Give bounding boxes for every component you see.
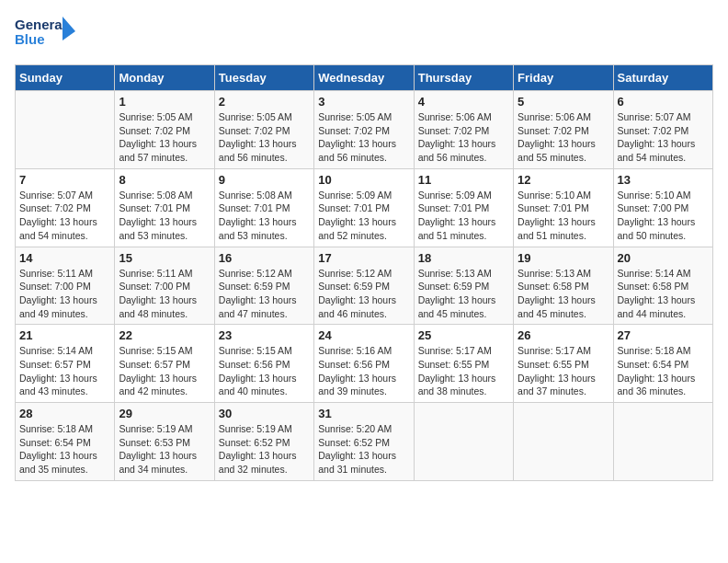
day-number: 25 (418, 328, 509, 342)
calendar-cell (414, 403, 513, 481)
day-number: 19 (518, 251, 609, 265)
cell-info: Sunrise: 5:13 AMSunset: 6:58 PMDaylight:… (518, 267, 609, 321)
calendar-week-row: 28Sunrise: 5:18 AMSunset: 6:54 PMDayligh… (16, 403, 713, 481)
calendar-cell: 31Sunrise: 5:20 AMSunset: 6:52 PMDayligh… (314, 403, 414, 481)
cell-info: Sunrise: 5:08 AMSunset: 7:01 PMDaylight:… (219, 189, 310, 243)
calendar-cell: 17Sunrise: 5:12 AMSunset: 6:59 PMDayligh… (314, 247, 414, 325)
calendar-cell: 21Sunrise: 5:14 AMSunset: 6:57 PMDayligh… (16, 325, 115, 403)
cell-info: Sunrise: 5:18 AMSunset: 6:54 PMDaylight:… (618, 344, 709, 398)
day-number: 17 (318, 251, 409, 265)
calendar-week-row: 7Sunrise: 5:07 AMSunset: 7:02 PMDaylight… (16, 168, 713, 247)
cell-info: Sunrise: 5:19 AMSunset: 6:53 PMDaylight:… (119, 422, 210, 477)
column-header-tuesday: Tuesday (214, 65, 313, 91)
cell-info: Sunrise: 5:05 AMSunset: 7:02 PMDaylight:… (318, 110, 409, 165)
day-number: 5 (518, 95, 609, 109)
cell-info: Sunrise: 5:17 AMSunset: 6:55 PMDaylight:… (418, 344, 509, 398)
calendar-cell: 24Sunrise: 5:16 AMSunset: 6:56 PMDayligh… (314, 325, 414, 403)
calendar-cell: 6Sunrise: 5:07 AMSunset: 7:02 PMDaylight… (613, 91, 712, 169)
calendar-cell: 11Sunrise: 5:09 AMSunset: 7:01 PMDayligh… (414, 168, 513, 247)
day-number: 6 (618, 95, 709, 109)
calendar-cell: 25Sunrise: 5:17 AMSunset: 6:55 PMDayligh… (414, 325, 513, 403)
calendar-cell (613, 403, 712, 481)
cell-info: Sunrise: 5:05 AMSunset: 7:02 PMDaylight:… (119, 110, 210, 165)
calendar-week-row: 21Sunrise: 5:14 AMSunset: 6:57 PMDayligh… (16, 325, 713, 403)
cell-info: Sunrise: 5:05 AMSunset: 7:02 PMDaylight:… (219, 110, 310, 165)
cell-info: Sunrise: 5:09 AMSunset: 7:01 PMDaylight:… (418, 189, 509, 243)
calendar-cell: 10Sunrise: 5:09 AMSunset: 7:01 PMDayligh… (314, 168, 414, 247)
calendar-cell: 1Sunrise: 5:05 AMSunset: 7:02 PMDaylight… (115, 91, 214, 169)
calendar-cell (514, 403, 613, 481)
calendar-cell: 13Sunrise: 5:10 AMSunset: 7:00 PMDayligh… (613, 168, 712, 247)
column-header-sunday: Sunday (16, 65, 115, 91)
day-number: 8 (119, 173, 210, 187)
day-number: 12 (518, 173, 609, 187)
cell-info: Sunrise: 5:07 AMSunset: 7:02 PMDaylight:… (19, 189, 110, 243)
calendar-cell: 8Sunrise: 5:08 AMSunset: 7:01 PMDaylight… (115, 168, 214, 247)
day-number: 30 (219, 407, 310, 420)
calendar-cell: 19Sunrise: 5:13 AMSunset: 6:58 PMDayligh… (514, 247, 613, 325)
cell-info: Sunrise: 5:13 AMSunset: 6:59 PMDaylight:… (418, 267, 509, 321)
cell-info: Sunrise: 5:12 AMSunset: 6:59 PMDaylight:… (318, 267, 409, 321)
day-number: 28 (19, 407, 110, 420)
day-number: 7 (19, 173, 110, 187)
cell-info: Sunrise: 5:14 AMSunset: 6:57 PMDaylight:… (19, 344, 110, 398)
calendar-cell: 9Sunrise: 5:08 AMSunset: 7:01 PMDaylight… (214, 168, 313, 247)
calendar-cell: 3Sunrise: 5:05 AMSunset: 7:02 PMDaylight… (314, 91, 414, 169)
calendar-cell: 29Sunrise: 5:19 AMSunset: 6:53 PMDayligh… (115, 403, 214, 481)
column-header-friday: Friday (514, 65, 613, 91)
day-number: 2 (219, 95, 310, 109)
cell-info: Sunrise: 5:14 AMSunset: 6:58 PMDaylight:… (618, 267, 709, 321)
cell-info: Sunrise: 5:18 AMSunset: 6:54 PMDaylight:… (19, 422, 110, 477)
calendar-cell: 26Sunrise: 5:17 AMSunset: 6:55 PMDayligh… (514, 325, 613, 403)
cell-info: Sunrise: 5:20 AMSunset: 6:52 PMDaylight:… (318, 422, 409, 477)
cell-info: Sunrise: 5:08 AMSunset: 7:01 PMDaylight:… (119, 189, 210, 243)
calendar-cell: 27Sunrise: 5:18 AMSunset: 6:54 PMDayligh… (613, 325, 712, 403)
page-header: GeneralBlue (15, 15, 713, 53)
calendar-cell: 16Sunrise: 5:12 AMSunset: 6:59 PMDayligh… (214, 247, 313, 325)
calendar-week-row: 14Sunrise: 5:11 AMSunset: 7:00 PMDayligh… (16, 247, 713, 325)
calendar-cell: 4Sunrise: 5:06 AMSunset: 7:02 PMDaylight… (414, 91, 513, 169)
svg-marker-2 (63, 17, 75, 40)
cell-info: Sunrise: 5:15 AMSunset: 6:57 PMDaylight:… (119, 344, 210, 398)
calendar-cell: 18Sunrise: 5:13 AMSunset: 6:59 PMDayligh… (414, 247, 513, 325)
day-number: 3 (318, 95, 409, 109)
cell-info: Sunrise: 5:07 AMSunset: 7:02 PMDaylight:… (618, 110, 709, 165)
column-header-saturday: Saturday (613, 65, 712, 91)
cell-info: Sunrise: 5:15 AMSunset: 6:56 PMDaylight:… (219, 344, 310, 398)
calendar-header: SundayMondayTuesdayWednesdayThursdayFrid… (16, 65, 713, 91)
cell-info: Sunrise: 5:11 AMSunset: 7:00 PMDaylight:… (19, 267, 110, 321)
day-number: 4 (418, 95, 509, 109)
day-number: 13 (618, 173, 709, 187)
day-number: 20 (618, 251, 709, 265)
day-number: 14 (19, 251, 110, 265)
column-header-wednesday: Wednesday (314, 65, 414, 91)
day-number: 29 (119, 407, 210, 420)
cell-info: Sunrise: 5:19 AMSunset: 6:52 PMDaylight:… (219, 422, 310, 477)
day-number: 22 (119, 328, 210, 342)
svg-text:Blue: Blue (15, 31, 45, 47)
svg-text:General: General (15, 17, 66, 32)
calendar-cell: 15Sunrise: 5:11 AMSunset: 7:00 PMDayligh… (115, 247, 214, 325)
day-number: 26 (518, 328, 609, 342)
calendar-cell (16, 91, 115, 169)
logo: GeneralBlue (15, 15, 79, 53)
column-header-monday: Monday (115, 65, 214, 91)
day-number: 1 (119, 95, 210, 109)
calendar-body: 1Sunrise: 5:05 AMSunset: 7:02 PMDaylight… (16, 91, 713, 481)
cell-info: Sunrise: 5:10 AMSunset: 7:00 PMDaylight:… (618, 189, 709, 243)
day-number: 24 (318, 328, 409, 342)
day-number: 21 (19, 328, 110, 342)
calendar-cell: 23Sunrise: 5:15 AMSunset: 6:56 PMDayligh… (214, 325, 313, 403)
day-number: 9 (219, 173, 310, 187)
calendar-table: SundayMondayTuesdayWednesdayThursdayFrid… (15, 64, 713, 481)
calendar-cell: 5Sunrise: 5:06 AMSunset: 7:02 PMDaylight… (514, 91, 613, 169)
header-row: SundayMondayTuesdayWednesdayThursdayFrid… (16, 65, 713, 91)
day-number: 31 (318, 407, 409, 420)
calendar-cell: 7Sunrise: 5:07 AMSunset: 7:02 PMDaylight… (16, 168, 115, 247)
day-number: 10 (318, 173, 409, 187)
cell-info: Sunrise: 5:17 AMSunset: 6:55 PMDaylight:… (518, 344, 609, 398)
cell-info: Sunrise: 5:16 AMSunset: 6:56 PMDaylight:… (318, 344, 409, 398)
calendar-cell: 14Sunrise: 5:11 AMSunset: 7:00 PMDayligh… (16, 247, 115, 325)
cell-info: Sunrise: 5:06 AMSunset: 7:02 PMDaylight:… (518, 110, 609, 165)
calendar-cell: 30Sunrise: 5:19 AMSunset: 6:52 PMDayligh… (214, 403, 313, 481)
